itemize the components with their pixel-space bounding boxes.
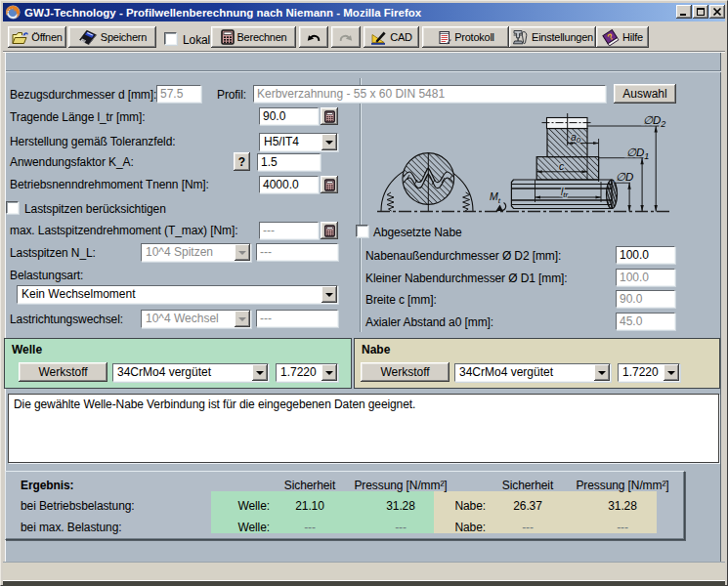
peaks-count-field[interactable]: --- bbox=[256, 243, 338, 261]
document-icon bbox=[437, 30, 451, 45]
torque-field[interactable]: 4000.0 bbox=[259, 176, 319, 193]
length-calc-button[interactable] bbox=[321, 107, 338, 125]
hub-width-field[interactable]: 90.0 bbox=[616, 290, 675, 308]
length-label: Tragende Länge l_tr [mm]: bbox=[10, 110, 145, 124]
ref-diameter-label: Bezugsdurchmesser d [mm]: bbox=[10, 88, 156, 102]
title-bar: GWJ-Technology - Profilwellenberechnung … bbox=[3, 3, 725, 21]
select-profile-button[interactable]: Auswahl bbox=[614, 84, 676, 104]
calculator-icon bbox=[221, 29, 235, 45]
max-torque-label: max. Lastspitzendrehmoment (T_max) [Nm]: bbox=[10, 224, 237, 237]
dim-d-label: ∅D bbox=[616, 171, 633, 183]
dim-c-label: c bbox=[559, 160, 565, 172]
hub-material-combo-value: 34CrMo4 vergütet bbox=[455, 364, 594, 381]
dropdown-arrow-icon[interactable] bbox=[252, 364, 268, 381]
dim-mt-label: Mt bbox=[490, 190, 501, 205]
close-icon bbox=[712, 7, 722, 17]
shaft-material-number-combo[interactable]: 1.7220 bbox=[276, 363, 338, 382]
form-top-divider bbox=[6, 70, 721, 71]
floppy-disk-icon bbox=[78, 28, 98, 46]
load-peaks-checkbox[interactable] bbox=[6, 201, 19, 214]
cross-section-view bbox=[381, 152, 473, 211]
max-torque-calc-button[interactable] bbox=[321, 222, 338, 239]
torque-calc-button[interactable] bbox=[321, 176, 338, 193]
hub-material-number-combo[interactable]: 1.7220 bbox=[618, 363, 680, 382]
shaft-material-number-value: 1.7220 bbox=[277, 364, 321, 381]
protocol-button[interactable]: Protokoll bbox=[422, 26, 509, 48]
tolerance-combo-value: H5/IT4 bbox=[260, 134, 321, 150]
operating-shaft-safety: 21.10 bbox=[281, 499, 338, 513]
hub-material-button[interactable]: Werkstoff bbox=[361, 362, 450, 382]
profile-label: Profil: bbox=[217, 88, 246, 102]
redo-button[interactable] bbox=[331, 26, 361, 48]
load-type-combo[interactable]: Kein Wechselmoment bbox=[17, 285, 338, 304]
max-shaft-pressure: --- bbox=[353, 521, 449, 534]
hub-material-combo[interactable]: 34CrMo4 vergütet bbox=[454, 363, 611, 382]
settings-button[interactable]: Einstellungen bbox=[509, 26, 596, 48]
direction-combo-value: 10^4 Wechsel bbox=[142, 311, 235, 327]
max-shaft-safety: --- bbox=[281, 521, 338, 534]
ref-diameter-field[interactable]: 57.5 bbox=[156, 85, 201, 103]
max-torque-field[interactable]: --- bbox=[259, 222, 319, 239]
local-checkbox[interactable] bbox=[164, 32, 177, 45]
row-max-label: bei max. Belastung: bbox=[21, 521, 122, 534]
direction-combo[interactable]: 10^4 Wechsel bbox=[141, 310, 251, 328]
app-factor-help-button[interactable]: ? bbox=[234, 152, 250, 171]
length-field[interactable]: 90.0 bbox=[259, 107, 319, 125]
dropdown-arrow-icon[interactable] bbox=[321, 286, 337, 303]
result-message-box[interactable]: Die gewählte Welle-Nabe Verbindung ist f… bbox=[8, 394, 719, 463]
column-divider bbox=[360, 78, 361, 332]
stepped-hub-checkbox[interactable] bbox=[356, 225, 368, 237]
calculator-icon bbox=[324, 179, 335, 191]
calculate-button[interactable]: Berechnen bbox=[211, 26, 296, 48]
hub-panel-title: Nabe bbox=[362, 343, 390, 356]
close-button[interactable] bbox=[709, 5, 725, 19]
hub-axial-field[interactable]: 45.0 bbox=[616, 313, 675, 330]
help-button[interactable]: ? Hilfe bbox=[596, 26, 649, 48]
app-factor-field[interactable]: 1.5 bbox=[257, 153, 321, 171]
hub-outer-diameter-field[interactable]: 100.0 bbox=[616, 246, 675, 264]
cad-button[interactable]: CAD bbox=[364, 26, 419, 48]
hub-small-diameter-label: Kleiner Nabendurchmesser Ø D1 [mm]: bbox=[365, 272, 568, 285]
save-button-label: Speichern bbox=[101, 31, 147, 43]
dropdown-arrow-icon[interactable] bbox=[321, 364, 337, 381]
minimize-button[interactable] bbox=[676, 5, 692, 19]
dropdown-arrow-icon bbox=[235, 311, 250, 327]
hub-width-label: Breite c [mm]: bbox=[365, 293, 437, 307]
result-message: Die gewählte Welle-Nabe Verbindung ist f… bbox=[14, 398, 415, 411]
hub-material-number-value: 1.7220 bbox=[619, 364, 664, 381]
calculator-icon bbox=[324, 225, 335, 237]
results-panel: Ergebnis: Sicherheit Pressung [N/mm²] Si… bbox=[5, 471, 685, 540]
direction-count-field[interactable]: --- bbox=[256, 310, 338, 327]
shaft-material-combo[interactable]: 34CrMo4 vergütet bbox=[112, 363, 269, 382]
minimize-icon bbox=[679, 7, 689, 17]
maximize-button[interactable] bbox=[693, 5, 708, 19]
shaft-hub-drawing: a0 c ltr Mt ∅D2 ∅D1 ∅D bbox=[371, 103, 684, 225]
results-col-shaft-safety: Sicherheit bbox=[281, 479, 338, 492]
peaks-combo[interactable]: 10^4 Spitzen bbox=[141, 243, 251, 262]
tools-icon bbox=[512, 29, 529, 46]
dropdown-arrow-icon[interactable] bbox=[321, 134, 337, 150]
load-type-combo-value: Kein Wechselmoment bbox=[18, 286, 321, 303]
profile-field[interactable]: Kerbverzahnung - 55 x 60 DIN 5481 bbox=[253, 85, 606, 103]
hub-axial-label: Axialer Abstand a0 [mm]: bbox=[365, 315, 493, 329]
firefox-icon bbox=[6, 5, 21, 20]
shaft-material-button[interactable]: Werkstoff bbox=[19, 362, 107, 382]
tolerance-combo[interactable]: H5/IT4 bbox=[259, 133, 338, 151]
results-col-hub-pressure: Pressung [N/mm²] bbox=[575, 479, 670, 492]
dropdown-arrow-icon bbox=[235, 244, 250, 261]
hub-small-diameter-field[interactable]: 100.0 bbox=[616, 269, 675, 286]
operating-shaft-pressure: 31.28 bbox=[353, 499, 449, 513]
direction-label: Lastrichtungswechsel: bbox=[10, 313, 123, 326]
app-factor-label: Anwendungsfaktor K_A: bbox=[10, 155, 134, 169]
dropdown-arrow-icon[interactable] bbox=[594, 364, 610, 381]
dropdown-arrow-icon[interactable] bbox=[664, 364, 679, 381]
help-button-label: Hilfe bbox=[622, 31, 643, 43]
undo-button[interactable] bbox=[299, 26, 328, 48]
shaft-material-combo-value: 34CrMo4 vergütet bbox=[113, 364, 252, 381]
peaks-combo-value: 10^4 Spitzen bbox=[142, 244, 235, 261]
load-type-label: Belastungsart: bbox=[10, 269, 83, 282]
save-button[interactable]: Speichern bbox=[68, 26, 156, 48]
max-hub-safety: --- bbox=[499, 521, 556, 534]
open-button[interactable]: Öffnen bbox=[8, 26, 66, 48]
dim-d1-label: ∅D1 bbox=[626, 146, 649, 161]
